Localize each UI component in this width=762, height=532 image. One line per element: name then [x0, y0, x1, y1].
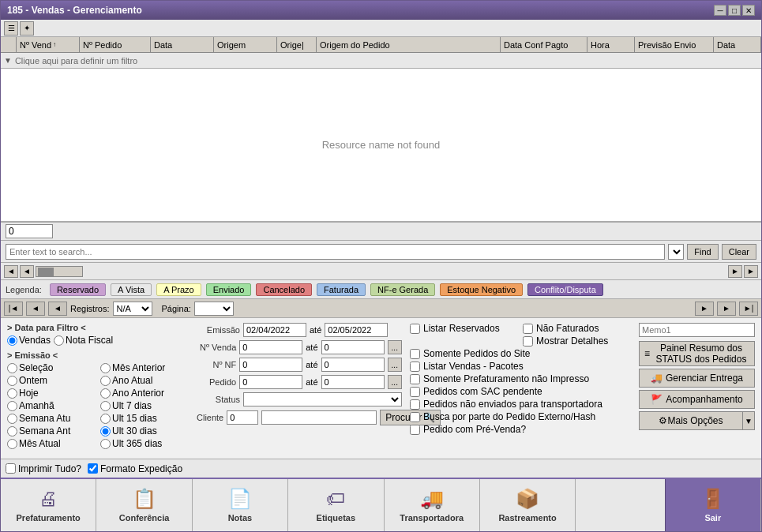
pedido-pre-venda-check[interactable]: Pedido com Pré-Venda?	[410, 424, 631, 435]
nvenda-dots-btn[interactable]: ...	[388, 340, 402, 354]
busca-pedido-externo-check[interactable]: Busca por parte do Pedido Externo/Hash	[410, 411, 631, 422]
mes-ant-radio[interactable]	[100, 363, 111, 373]
semana-ant-radio[interactable]	[7, 426, 17, 436]
ult365-radio-label[interactable]: Ult 365 dias	[100, 438, 189, 449]
ult365-radio[interactable]	[100, 439, 111, 449]
toolbar-menu-icon[interactable]: ☰	[4, 21, 18, 36]
status-select[interactable]	[243, 392, 402, 406]
nvenda-to-input[interactable]	[321, 340, 385, 354]
nnf-dots-btn[interactable]: ...	[388, 358, 402, 372]
prefaturamento-button[interactable]: 🖨 Prefaturamento	[1, 479, 96, 531]
pedidos-sac-check[interactable]: Pedidos com SAC pendente	[410, 386, 631, 397]
nnf-to-input[interactable]	[321, 358, 385, 372]
ult30-radio[interactable]	[100, 426, 111, 436]
nao-faturados-check[interactable]: Não Faturados	[523, 323, 631, 334]
mais-opcoes-button[interactable]: ⚙ Mais Opções	[639, 411, 742, 430]
registros-select[interactable]: N/A	[113, 302, 152, 316]
mes-atual-radio[interactable]	[7, 439, 17, 449]
listar-reservados-check[interactable]: Listar Reservados	[410, 323, 518, 334]
nav2-next2-btn[interactable]: ►	[717, 302, 736, 316]
pedido-to-input[interactable]	[321, 375, 385, 389]
ult7-radio-label[interactable]: Ult 7 dias	[100, 400, 189, 411]
vendas-radio-label[interactable]: Vendas	[7, 335, 51, 346]
minimize-button[interactable]: ─	[714, 5, 726, 16]
listar-vendas-pacotes-input[interactable]	[410, 362, 420, 372]
ult30-radio-label[interactable]: Ult 30 dias	[100, 425, 189, 436]
th-nvend[interactable]: Nº Vend ↑	[17, 37, 80, 52]
ult15-radio-label[interactable]: Ult 15 dias	[100, 413, 189, 424]
pagina-select[interactable]	[194, 302, 234, 316]
hoje-radio[interactable]	[7, 388, 17, 399]
somente-pref-input[interactable]	[410, 374, 420, 384]
clear-button[interactable]: Clear	[722, 244, 756, 260]
search-input[interactable]	[6, 244, 665, 260]
close-button[interactable]: ✕	[742, 5, 755, 16]
mes-ant-radio-label[interactable]: Mês Anterior	[100, 362, 189, 373]
cliente-id-input[interactable]	[227, 410, 258, 425]
ano-atual-radio-label[interactable]: Ano Atual	[100, 375, 189, 386]
th-dataconf[interactable]: Data Conf Pagto	[501, 37, 587, 52]
semana-atu-radio[interactable]	[7, 414, 17, 424]
ano-ant-radio[interactable]	[100, 388, 111, 399]
semana-atu-radio-label[interactable]: Semana Atu	[7, 413, 96, 424]
gerenciar-entrega-button[interactable]: 🚚 Gerenciar Entrega	[639, 369, 755, 388]
th-data[interactable]: Data	[151, 37, 214, 52]
somente-pref-check[interactable]: Somente Prefaturamento não Impresso	[410, 373, 631, 384]
nav-scrollbar[interactable]	[36, 266, 83, 277]
amanha-radio-label[interactable]: Amanhã	[7, 400, 96, 411]
pedidos-nao-enviados-input[interactable]	[410, 399, 420, 410]
nnf-from-input[interactable]	[239, 358, 302, 372]
ult15-radio[interactable]	[100, 414, 111, 424]
cliente-name-input[interactable]	[261, 410, 377, 425]
sair-button[interactable]: 🚪 Sair	[665, 479, 761, 531]
mostrar-detalhes-input[interactable]	[523, 336, 533, 347]
ontem-radio[interactable]	[7, 376, 17, 386]
imprimir-tudo-check[interactable]: Imprimir Tudo?	[6, 463, 81, 474]
painel-resumo-button[interactable]: ≡ Painel Resumo dos STATUS dos Pedidos	[639, 341, 755, 366]
etiquetas-button[interactable]: 🏷 Etiquetas	[288, 479, 384, 531]
mostrar-detalhes-check[interactable]: Mostrar Detalhes	[523, 335, 631, 347]
formato-expedicao-input[interactable]	[88, 463, 98, 474]
pedidos-sac-input[interactable]	[410, 387, 420, 397]
th-hora[interactable]: Hora	[587, 37, 635, 52]
vendas-radio[interactable]	[7, 335, 17, 346]
pedido-dots-btn[interactable]: ...	[388, 375, 402, 389]
rastreamento-button[interactable]: 📦 Rastreamento	[480, 479, 576, 531]
notas-button[interactable]: 📄 Notas	[193, 479, 288, 531]
semana-ant-radio-label[interactable]: Semana Ant	[7, 425, 96, 436]
toolbar-action-icon[interactable]: ✦	[20, 21, 34, 36]
pedido-pre-venda-input[interactable]	[410, 425, 420, 435]
hoje-radio-label[interactable]: Hoje	[7, 388, 96, 399]
nav2-next-btn[interactable]: ►	[695, 302, 714, 316]
th-npedido[interactable]: Nº Pedido	[80, 37, 151, 52]
th-origemped[interactable]: Origem do Pedido	[317, 37, 501, 52]
amanha-radio[interactable]	[7, 401, 17, 411]
conferencia-button[interactable]: 📋 Conferência	[96, 479, 192, 531]
nav2-prev-btn[interactable]: ◄	[26, 302, 45, 316]
page-number-input[interactable]	[6, 224, 53, 238]
search-dropdown[interactable]	[668, 244, 684, 260]
ano-ant-radio-label[interactable]: Ano Anterior	[100, 388, 189, 399]
listar-vendas-pacotes-check[interactable]: Listar Vendas - Pacotes	[410, 361, 631, 372]
find-button[interactable]: Find	[687, 244, 718, 260]
emissao-to-input[interactable]	[325, 323, 388, 337]
th-orige2[interactable]: Orige|	[277, 37, 317, 52]
nvenda-from-input[interactable]	[239, 340, 302, 354]
listar-reservados-input[interactable]	[410, 324, 420, 334]
th-origem[interactable]: Origem	[214, 37, 277, 52]
somente-pedidos-site-check[interactable]: Somente Pedidos do Site	[410, 348, 631, 359]
memo1-input[interactable]	[639, 323, 755, 337]
emissao-from-input[interactable]	[243, 323, 306, 337]
nao-faturados-input[interactable]	[523, 324, 533, 334]
th-previsao[interactable]: Previsão Envio	[635, 37, 714, 52]
nav-prev-btn[interactable]: ◄	[20, 265, 34, 278]
nav-first-btn[interactable]: ◄	[4, 265, 18, 278]
imprimir-tudo-input[interactable]	[6, 463, 16, 474]
nav-next-btn[interactable]: ►	[728, 265, 742, 278]
nav2-prev2-btn[interactable]: ◄	[48, 302, 67, 316]
restore-button[interactable]: □	[728, 5, 741, 16]
somente-pedidos-site-input[interactable]	[410, 349, 420, 359]
acompanhamento-button[interactable]: 🚩 Acompanhamento	[639, 390, 755, 409]
mais-opcoes-arrow-button[interactable]: ▼	[742, 411, 755, 430]
ult7-radio[interactable]	[100, 401, 111, 411]
